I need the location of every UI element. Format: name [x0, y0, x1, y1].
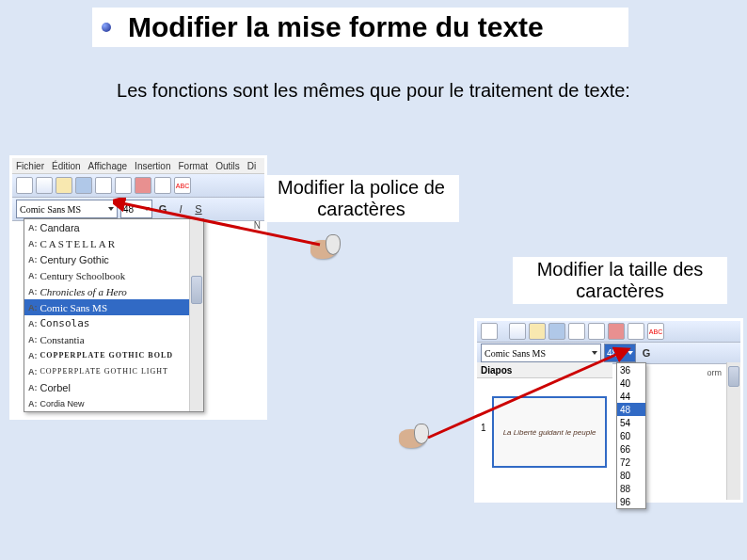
font-prefix-icon: A:: [28, 335, 38, 344]
doc-icon[interactable]: [115, 177, 132, 194]
print-icon[interactable]: [154, 177, 171, 194]
size-option[interactable]: 80: [617, 469, 645, 482]
font-option[interactable]: A:Consolas: [24, 315, 203, 331]
size-option[interactable]: 54: [617, 416, 645, 429]
save-icon[interactable]: [548, 323, 565, 340]
font-prefix-icon: A:: [28, 399, 38, 408]
menu-edit[interactable]: Édition: [52, 161, 81, 171]
pdf-icon[interactable]: [135, 177, 151, 194]
bullet-icon: [102, 23, 111, 32]
font-option-label: Century Schoolbook: [40, 270, 126, 281]
menu-insert[interactable]: Insertion: [135, 161, 170, 171]
toolbar-font-2: Comic Sans MS 48 G: [477, 343, 740, 364]
menu-view[interactable]: Affichage: [88, 161, 128, 171]
menubar: Fichier Édition Affichage Insertion Form…: [12, 158, 264, 174]
size-option[interactable]: 72: [617, 456, 645, 469]
font-option[interactable]: A:Chronicles of a Hero: [24, 283, 203, 299]
blank-icon[interactable]: [481, 323, 498, 340]
font-dropdown-list[interactable]: A:CandaraA:CASTELLARA:Century GothicA:Ce…: [24, 218, 204, 412]
size-option[interactable]: 44: [617, 390, 645, 403]
font-size-combo-right[interactable]: 48: [604, 344, 636, 362]
size-screenshot: ABC Comic Sans MS 48 G Diapos 1 La Liber…: [474, 318, 743, 503]
pdf-icon[interactable]: [608, 323, 625, 340]
font-option[interactable]: A:Century Gothic: [24, 251, 203, 267]
print-icon[interactable]: [628, 323, 644, 340]
menu-format[interactable]: Format: [178, 161, 208, 171]
size-option[interactable]: 48: [617, 403, 645, 416]
slide-thumbnail[interactable]: La Liberté guidant le peuple: [492, 396, 607, 468]
hand-cursor-icon: [397, 422, 431, 456]
font-option-label: Century Gothic: [40, 254, 109, 265]
toolbar-main: ABC: [12, 174, 264, 198]
mail-icon[interactable]: [568, 323, 585, 340]
font-option[interactable]: A:Corbel: [24, 379, 203, 395]
menu-di[interactable]: Di: [247, 161, 256, 171]
font-option-label: COPPERPLATE GOTHIC LIGHT: [40, 367, 168, 376]
font-option-label: Cordia New: [40, 399, 85, 408]
font-option[interactable]: A:Candara: [24, 219, 203, 235]
save-icon[interactable]: [75, 177, 92, 194]
font-name-combo[interactable]: Comic Sans MS: [16, 200, 118, 218]
size-option[interactable]: 60: [617, 429, 645, 442]
font-prefix-icon: A:: [28, 383, 38, 392]
font-size-combo-left[interactable]: 48: [120, 200, 152, 218]
mail-icon[interactable]: [95, 177, 112, 194]
size-value-right: 48: [607, 348, 617, 359]
blank-icon[interactable]: [16, 177, 33, 194]
chevron-down-icon: [628, 351, 633, 355]
menu-tools[interactable]: Outils: [215, 161, 240, 171]
underline-button[interactable]: S: [191, 201, 206, 216]
size-option[interactable]: 96: [617, 495, 645, 508]
size-option[interactable]: 88: [617, 482, 645, 495]
font-option-label: Chronicles of a Hero: [40, 286, 127, 297]
scroll-thumb[interactable]: [191, 276, 202, 304]
size-dropdown-list[interactable]: 3640444854606672808896: [616, 362, 646, 509]
new-icon[interactable]: [509, 323, 526, 340]
scrollbar[interactable]: [189, 219, 203, 411]
size-option[interactable]: 66: [617, 442, 645, 456]
font-option-label: Consolas: [40, 317, 90, 329]
font-combo-value-2: Comic Sans MS: [485, 348, 546, 359]
bold-button[interactable]: G: [155, 201, 170, 216]
caption-font: Modifier la police de caractères: [263, 175, 459, 222]
font-option[interactable]: A:Cordia New: [24, 395, 203, 411]
chevron-down-icon: [144, 207, 150, 211]
font-name-combo-2[interactable]: Comic Sans MS: [481, 344, 601, 362]
font-option[interactable]: A:COPPERPLATE GOTHIC LIGHT: [24, 363, 203, 379]
scrollbar-right[interactable]: [726, 362, 740, 500]
bold-button-2[interactable]: G: [639, 345, 654, 360]
spellcheck-icon[interactable]: ABC: [647, 323, 664, 340]
font-option[interactable]: A:COPPERPLATE GOTHIC BOLD: [24, 347, 203, 363]
open-icon[interactable]: [56, 177, 72, 194]
italic-button[interactable]: I: [173, 201, 188, 216]
font-prefix-icon: A:: [28, 255, 38, 264]
font-option[interactable]: A:Comic Sans MS: [24, 299, 203, 315]
open-icon[interactable]: [529, 323, 546, 340]
doc-icon[interactable]: [588, 323, 605, 340]
font-option-label: Constantia: [40, 334, 85, 345]
menu-file[interactable]: Fichier: [16, 161, 44, 171]
new-icon[interactable]: [36, 177, 53, 194]
font-prefix-icon: A:: [28, 223, 38, 232]
panel-fragment: orm: [707, 368, 723, 377]
slide-title: La Liberté guidant le peuple: [503, 428, 596, 437]
slide-number: 1: [481, 423, 486, 433]
spellcheck-icon[interactable]: ABC: [174, 177, 191, 194]
font-prefix-icon: A:: [28, 239, 38, 248]
scroll-thumb[interactable]: [728, 366, 739, 387]
font-prefix-icon: A:: [28, 351, 38, 360]
font-option[interactable]: A:Century Schoolbook: [24, 267, 203, 283]
font-option-label: Candara: [40, 222, 80, 233]
font-option-label: CASTELLAR: [40, 238, 118, 249]
caption-size: Modifier la taille des caractères: [513, 257, 727, 304]
font-option-label: Corbel: [40, 382, 71, 393]
toolbar-main-2: ABC: [477, 321, 740, 343]
font-option[interactable]: A:CASTELLAR: [24, 235, 203, 251]
hand-cursor-icon: [309, 232, 342, 266]
subtitle-text: Les fonctions sont les mêmes que pour le…: [0, 80, 747, 102]
font-option[interactable]: A:Constantia: [24, 331, 203, 347]
font-option-label: COPPERPLATE GOTHIC BOLD: [40, 351, 174, 360]
size-option[interactable]: 40: [617, 376, 645, 390]
size-option[interactable]: 36: [617, 363, 645, 376]
font-prefix-icon: A:: [28, 287, 38, 296]
